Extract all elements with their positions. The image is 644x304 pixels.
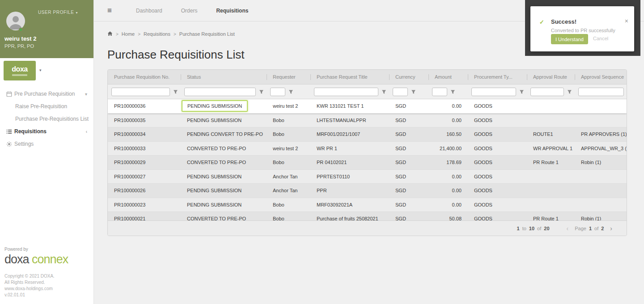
cell-status: CONVERTED TO PRE-PO bbox=[181, 212, 267, 220]
table-row[interactable]: PR100000033CONVERTED TO PRE-POweiru test… bbox=[108, 142, 627, 156]
filter-funnel-icon[interactable] bbox=[567, 89, 572, 94]
cell-sequence bbox=[575, 114, 627, 127]
nav-dashboard[interactable]: Dashboard bbox=[136, 8, 162, 14]
cell-amount: 0.00 bbox=[428, 99, 468, 113]
filter-input-requester[interactable] bbox=[270, 88, 285, 96]
column-header-amount[interactable]: Amount bbox=[428, 70, 468, 84]
breadcrumb-requisitions[interactable]: Requisitions bbox=[144, 31, 170, 37]
table-row[interactable]: PR100000036PENDING SUBMISSIONweiru test … bbox=[108, 99, 627, 114]
column-header-title[interactable]: Purchase Request Title bbox=[310, 70, 389, 84]
i-understand-button[interactable]: I Understand bbox=[551, 34, 588, 44]
filter-input-sequence[interactable] bbox=[578, 88, 624, 96]
filter-input-amount[interactable] bbox=[432, 88, 447, 96]
nav-requisitions[interactable]: Requisitions bbox=[216, 8, 248, 14]
copyright-text: Copyright © 2021 DOXA. bbox=[4, 273, 68, 279]
toast-title: Success! bbox=[551, 18, 576, 25]
cell-sequence: APPROVAL_WR_3 (1) bbox=[575, 142, 627, 156]
breadcrumb-current: Purchase Requisition List bbox=[179, 31, 235, 37]
calendar-icon bbox=[6, 91, 14, 97]
breadcrumb-home[interactable]: Home bbox=[122, 31, 135, 37]
table-row[interactable]: PR100000035PENDING SUBMISSIONBoboLHTESTM… bbox=[108, 114, 627, 128]
sidebar-item-purchase-pre-requisitions-list[interactable]: Purchase Pre-Requisitions List bbox=[0, 113, 93, 125]
filter-input-pr_no[interactable] bbox=[111, 88, 170, 96]
cell-sequence: PR APPROVERS (1) bbox=[575, 127, 627, 141]
filter-input-title[interactable] bbox=[314, 88, 378, 96]
table-row[interactable]: PR100000026PENDING SUBMISSIONAnchor TanP… bbox=[108, 184, 627, 198]
cell-title: WR PR 1 bbox=[310, 142, 389, 156]
cell-status: PENDING SUBMISSION bbox=[181, 184, 267, 198]
sidebar-item-raise-pre-requisition[interactable]: Raise Pre-Requisition bbox=[0, 100, 93, 113]
filter-funnel-icon[interactable] bbox=[519, 89, 524, 94]
top-navigation: Dashboard Orders Requisitions bbox=[136, 8, 248, 14]
breadcrumb-separator: > bbox=[174, 32, 176, 37]
column-header-requester[interactable]: Requester bbox=[267, 70, 310, 84]
cell-title: MRF03092021A bbox=[310, 198, 389, 212]
cancel-button[interactable]: Cancel bbox=[593, 36, 608, 41]
table-row[interactable]: PR100000027PENDING SUBMISSIONAnchor TanP… bbox=[108, 170, 627, 184]
column-header-procurement[interactable]: Procurement Ty... bbox=[468, 70, 527, 84]
filter-funnel-icon[interactable] bbox=[450, 89, 455, 94]
filter-funnel-icon[interactable] bbox=[288, 89, 293, 94]
column-header-approval-sequence[interactable]: Approval Sequence bbox=[575, 70, 627, 84]
table-row[interactable]: PR100000021CONVERTED TO PRE-POBoboPurcha… bbox=[108, 212, 627, 220]
cell-status: PENDING SUBMISSION bbox=[181, 114, 267, 127]
cell-sequence bbox=[575, 99, 627, 113]
close-icon[interactable]: × bbox=[625, 18, 628, 24]
table-header-row: Purchase Requisition No. Status Requeste… bbox=[108, 70, 627, 84]
cell-pr_no: PR100000023 bbox=[108, 198, 181, 212]
doxa-logo[interactable]: doxa bbox=[4, 61, 36, 80]
column-header-status[interactable]: Status bbox=[181, 70, 267, 84]
cell-procurement: GOODS bbox=[468, 198, 527, 212]
cell-amount: 50.08 bbox=[428, 212, 468, 220]
filter-input-route[interactable] bbox=[530, 88, 564, 96]
toast-backdrop: ✓ Success! × Converted to PR successfull… bbox=[525, 0, 640, 56]
page-label: Page bbox=[575, 226, 586, 231]
nav-orders[interactable]: Orders bbox=[181, 8, 198, 14]
cell-requester: Bobo bbox=[267, 114, 310, 127]
filter-funnel-icon[interactable] bbox=[173, 89, 178, 94]
sidebar-item-settings[interactable]: Settings bbox=[0, 138, 93, 150]
column-header-currency[interactable]: Currency bbox=[389, 70, 428, 84]
cell-title: PR 04102021 bbox=[310, 156, 389, 169]
filter-funnel-icon[interactable] bbox=[381, 89, 386, 94]
filter-input-procurement[interactable] bbox=[471, 88, 516, 96]
hamburger-menu-icon[interactable]: ≡ bbox=[107, 6, 116, 15]
filter-row bbox=[108, 84, 627, 99]
sidebar-item-pre-purchase-requisition[interactable]: Pre Purchase Requisition ▾ bbox=[0, 88, 93, 100]
cell-currency: SGD bbox=[389, 170, 428, 184]
filter-input-status[interactable] bbox=[184, 88, 256, 96]
column-header-approval-route[interactable]: Approval Route bbox=[527, 70, 575, 84]
brand-connex: connex bbox=[32, 253, 68, 266]
home-icon[interactable] bbox=[107, 31, 113, 37]
range-total: 20 bbox=[544, 226, 549, 231]
filter-cell-route bbox=[527, 84, 575, 99]
breadcrumb: > Home > Requisitions > Purchase Requisi… bbox=[107, 31, 235, 37]
requisitions-table: Purchase Requisition No. Status Requeste… bbox=[107, 69, 627, 236]
filter-cell-procurement bbox=[468, 84, 527, 99]
filter-funnel-icon[interactable] bbox=[259, 89, 264, 94]
cell-procurement: GOODS bbox=[468, 212, 527, 220]
cell-requester: Anchor Tan bbox=[267, 184, 310, 198]
org-dropdown-caret-icon[interactable]: ▾ bbox=[39, 68, 42, 72]
page-current: 1 bbox=[589, 226, 592, 231]
cell-currency: SGD bbox=[389, 99, 428, 113]
page-previous-icon[interactable]: ‹ bbox=[563, 225, 572, 232]
table-row[interactable]: PR100000023PENDING SUBMISSIONBoboMRF0309… bbox=[108, 198, 627, 212]
filter-funnel-icon[interactable] bbox=[411, 89, 416, 94]
column-header-pr-no[interactable]: Purchase Requisition No. bbox=[108, 70, 181, 84]
filter-input-currency[interactable] bbox=[393, 88, 408, 96]
filter-cell-requester bbox=[267, 84, 310, 99]
cell-amount: 0.00 bbox=[428, 114, 468, 127]
cell-title: PPRTEST0110 bbox=[310, 170, 389, 184]
user-profile-dropdown[interactable]: USER PROFILE▾ bbox=[38, 10, 78, 15]
table-row[interactable]: PR100000029CONVERTED TO PRE-POBoboPR 041… bbox=[108, 156, 627, 170]
org-section: doxa ▾ bbox=[0, 58, 93, 85]
sidebar-item-requisitions[interactable]: Requisitions ‹ bbox=[0, 125, 93, 138]
cell-currency: SGD bbox=[389, 198, 428, 212]
page-total: 2 bbox=[601, 226, 604, 231]
range-to: 10 bbox=[529, 226, 534, 231]
sidebar-footer: Powered by doxa connex Copyright © 2021 … bbox=[4, 247, 68, 298]
website-link[interactable]: www.doxa-holdings.com bbox=[4, 286, 68, 292]
page-next-icon[interactable]: › bbox=[606, 225, 616, 232]
table-row[interactable]: PR100000034PENDING CONVERT TO PRE-POBobo… bbox=[108, 127, 627, 142]
